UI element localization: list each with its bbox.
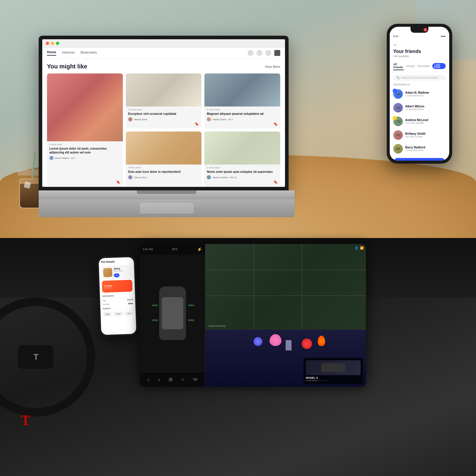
pet-age-value: 2 yr 5 — [127, 298, 133, 301]
tab-home[interactable]: Home — [47, 50, 56, 56]
card-1-body: 5 mins read Lorem ipsum dolor sit amet, … — [47, 141, 123, 162]
tesla-icon-person: 👤 — [355, 246, 358, 250]
friend-item-albert[interactable]: AW Albert Wilson +1-000-555-0148 — [390, 101, 449, 115]
friends-tabs: All Friends Groups Favourites + ADD MORE — [390, 60, 449, 72]
card-3-image — [204, 73, 280, 107]
card-1-title: Lorem ipsum dolor sit amet, consectetur … — [49, 147, 120, 154]
steering-wheel: T — [0, 298, 95, 416]
friends-search-bar[interactable]: 🔍 Search by names and numbers — [393, 75, 446, 81]
tab-all-friends[interactable]: All Friends — [393, 62, 404, 70]
road-line-v2 — [302, 244, 302, 330]
send-train-tickets-button[interactable]: → SEND TRAIN TICKETS (1) — [393, 158, 446, 161]
tesla-time: 2:01 PM — [143, 248, 153, 251]
card-5-body: 2 mins read Nemo enim ipsam quia volupta… — [204, 165, 280, 181]
card-2-avatar — [128, 117, 132, 121]
section-title: You might like — [47, 63, 87, 70]
friend-info-albert: Albert Wilson +1-000-555-0148 — [405, 105, 446, 111]
friend-item-adam[interactable]: ✓ AM Adam N. Mathew +1-000-555-0174 — [390, 87, 449, 101]
bookmark-icon-3[interactable]: 🔖 — [273, 122, 278, 126]
card-2-image — [126, 73, 202, 107]
tesla-center-screen[interactable]: 2:01 PM 69°F ⚡ OPEN OPEN OPEN OPEN ⌂ ♪ ⊞ — [140, 244, 366, 387]
card-4-author-name: Talia al Ghul — [134, 176, 147, 179]
friend-item-barry[interactable]: BR Barry Radford +1-800-600-0041 — [390, 142, 449, 156]
pet-orange-sub: Due soon — [104, 286, 112, 289]
pet-vet-btn[interactable]: Vet — [124, 311, 133, 316]
bookmark-icon-2[interactable]: 🔖 — [195, 122, 199, 126]
minimize-btn[interactable] — [51, 42, 54, 45]
friend-info-adam: Adam N. Mathew +1-000-555-0174 — [405, 91, 446, 97]
article-card-5[interactable]: 2 mins read Nemo enim ipsam quia volupta… — [204, 131, 280, 187]
article-card-4[interactable]: 4 mins read Duis aute irure dolor in rep… — [126, 131, 202, 187]
friend-avatar-adam: ✓ AM — [393, 89, 403, 99]
friend-avatar-brittany: BS — [393, 130, 403, 140]
door-front-right[interactable]: OPEN — [188, 304, 194, 306]
card-5-time: Oct 21 — [230, 176, 237, 179]
card-5-meta: 2 mins read — [207, 166, 278, 169]
add-more-button[interactable]: + ADD MORE — [432, 63, 446, 69]
article-card-2[interactable]: 17 mins read Excepteur sint occaecat cup… — [126, 73, 202, 129]
card-1-meta: 5 mins read — [49, 143, 120, 146]
pet-walk-btn[interactable]: Walk — [103, 312, 112, 317]
friend-star-andrew: ★ — [393, 116, 397, 120]
door-rear-right[interactable]: OPEN — [188, 319, 194, 321]
card-5-author-name: James Gordon — [212, 176, 228, 179]
door-rear-left[interactable]: OPEN — [152, 319, 158, 321]
tab-favourites[interactable]: Favourites — [417, 64, 430, 68]
tab-interests[interactable]: Interests — [62, 51, 75, 55]
laptop-nav: Home Interests Bookmarks — [42, 48, 285, 58]
pet-feed-btn[interactable]: Feed — [114, 311, 123, 316]
tab-groups[interactable]: Groups — [406, 64, 415, 68]
add-icon-btn[interactable] — [265, 50, 271, 56]
back-button[interactable]: ← — [393, 42, 446, 48]
search-icon-btn[interactable] — [248, 50, 253, 56]
pet-card[interactable]: Jerry 40 to 90 lbs. ••• — [101, 265, 132, 280]
friend-name-albert: Albert Wilson — [405, 105, 446, 108]
nav-icons — [248, 50, 280, 56]
card-5-author: James Gordon Oct 21 — [207, 175, 278, 179]
view-more-link[interactable]: View More — [265, 65, 280, 68]
status-icons: ●●● — [441, 35, 446, 38]
section-header: You might like View More — [47, 63, 280, 70]
laptop-app: Home Interests Bookmarks You — [42, 39, 285, 187]
article-card-1[interactable]: 5 mins read Lorem ipsum dolor sit amet, … — [47, 73, 123, 187]
game-char-ball — [253, 337, 262, 346]
trackpad[interactable] — [140, 203, 193, 214]
tesla-left-panel: 2:01 PM 69°F ⚡ OPEN OPEN OPEN OPEN ⌂ ♪ ⊞ — [140, 244, 205, 387]
pet-card-info: Jerry 40 to 90 lbs. ••• — [114, 267, 124, 277]
friend-item-andrew[interactable]: ★ AM Andrew McLeod +44 1622 928886 — [390, 115, 449, 128]
tab-bookmarks[interactable]: Bookmarks — [81, 51, 97, 55]
friend-phone-andrew: +44 1622 928886 — [405, 122, 446, 124]
user-icon-btn[interactable] — [274, 50, 280, 56]
laptop-screen-outer: Home Interests Bookmarks You — [39, 36, 289, 190]
card-3-meta: 3 mins read — [207, 108, 278, 111]
tesla-map[interactable]: 👤 📶 Tesla Streaming — [205, 244, 366, 330]
bookmark-icon-1[interactable]: 🔖 — [116, 180, 120, 184]
close-btn[interactable] — [46, 42, 49, 45]
tesla-temp-icon[interactable]: 72° — [193, 378, 198, 381]
pet-action-button[interactable]: ••• — [114, 273, 120, 278]
notification-icon-btn[interactable] — [256, 50, 262, 56]
friend-phone-barry: +1-800-600-0041 — [405, 149, 446, 152]
status-time: 9:41 — [393, 35, 399, 38]
friend-item-brittany[interactable]: BS Brittany Smith +61 208 012040 — [390, 128, 449, 142]
card-5-title: Nemo enim ipsam quia voluptas sit aspern… — [207, 170, 278, 174]
game-char-fire — [318, 336, 325, 346]
game-char-pink — [270, 334, 281, 346]
tesla-apps-icon[interactable]: ⊞ — [169, 377, 173, 382]
pet-weight: 40 to 90 lbs. — [114, 270, 123, 272]
tesla-music-icon[interactable]: ♪ — [158, 377, 160, 382]
door-front-left[interactable]: OPEN — [152, 304, 158, 306]
tesla-home-icon[interactable]: ⌂ — [147, 377, 150, 382]
bookmark-icon-5[interactable]: 🔖 — [273, 180, 278, 184]
tesla-temp: 69°F — [172, 248, 178, 251]
pet-orange-info: Vaccine Due soon — [104, 284, 112, 289]
card-3-time: Jul 1 — [228, 118, 233, 121]
article-card-3[interactable]: 3 mins read Magnam aliquam quaerat volup… — [204, 73, 280, 129]
friend-info-brittany: Brittany Smith +61 208 012040 — [405, 132, 446, 138]
pet-gender-value: Male — [128, 302, 133, 305]
tesla-star-icon[interactable]: ☆ — [181, 377, 185, 382]
maximize-btn[interactable] — [56, 42, 59, 45]
friend-avatar-albert: AW — [393, 103, 403, 112]
game-char-red — [302, 339, 312, 349]
model-s-silhouette — [321, 363, 345, 372]
